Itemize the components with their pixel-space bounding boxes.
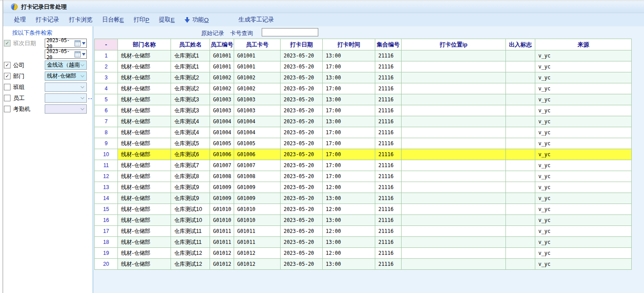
table-cell[interactable]: 仓库测试10 <box>171 215 210 226</box>
column-header-4[interactable]: 员工卡号 <box>234 39 281 50</box>
table-cell[interactable]: 仓库测试3 <box>171 94 210 105</box>
table-row[interactable]: 13线材-仓储部仓库测试9G01009G010092023-05-2012:00… <box>95 182 632 193</box>
table-cell[interactable]: 2023-05-20 <box>281 149 323 160</box>
table-cell[interactable] <box>402 259 506 270</box>
row-number-cell[interactable]: 13 <box>95 182 118 193</box>
table-cell[interactable]: 12:00 <box>323 204 375 215</box>
table-cell[interactable] <box>506 182 535 193</box>
table-row[interactable]: 9线材-仓储部仓库测试5G01005G010052023-05-2017:002… <box>95 138 632 149</box>
table-cell[interactable]: 仓库测试9 <box>171 182 210 193</box>
table-cell[interactable]: G01010 <box>234 215 281 226</box>
shift-date-from-picker[interactable]: 2023-05-20 <box>45 39 87 48</box>
table-cell[interactable]: 仓库测试11 <box>171 226 210 237</box>
table-cell[interactable] <box>402 237 506 248</box>
table-cell[interactable] <box>402 215 506 226</box>
row-number-cell[interactable]: 15 <box>95 204 118 215</box>
table-cell[interactable]: 线材-仓储部 <box>118 182 171 193</box>
table-cell[interactable]: G01010 <box>210 204 234 215</box>
table-cell[interactable]: 21116 <box>375 50 402 61</box>
table-cell[interactable]: v_yc <box>535 171 632 182</box>
table-cell[interactable]: v_yc <box>535 204 632 215</box>
table-cell[interactable]: v_yc <box>535 193 632 204</box>
table-cell[interactable]: G01004 <box>234 127 281 138</box>
row-number-cell[interactable]: 7 <box>95 116 118 127</box>
table-cell[interactable]: 线材-仓储部 <box>118 116 171 127</box>
table-cell[interactable]: 仓库测试1 <box>171 50 210 61</box>
table-cell[interactable]: 线材-仓储部 <box>118 204 171 215</box>
table-cell[interactable]: 仓库测试5 <box>171 138 210 149</box>
table-cell[interactable]: v_yc <box>535 94 632 105</box>
table-cell[interactable] <box>506 204 535 215</box>
table-cell[interactable] <box>506 160 535 171</box>
table-cell[interactable]: 线材-仓储部 <box>118 94 171 105</box>
table-cell[interactable]: G01011 <box>234 237 281 248</box>
table-row[interactable]: 18线材-仓储部仓库测试11G01011G010112023-05-2013:0… <box>95 237 632 248</box>
table-cell[interactable] <box>506 72 535 83</box>
table-cell[interactable] <box>506 215 535 226</box>
machine-checkbox[interactable] <box>4 106 11 112</box>
table-cell[interactable]: v_yc <box>535 50 632 61</box>
column-header-0[interactable]: - <box>95 39 118 50</box>
table-cell[interactable]: 12:00 <box>323 226 375 237</box>
table-cell[interactable] <box>506 237 535 248</box>
table-cell[interactable]: 21116 <box>375 105 402 116</box>
row-number-cell[interactable]: 17 <box>95 226 118 237</box>
table-cell[interactable]: 2023-05-20 <box>281 259 323 270</box>
table-cell[interactable]: 2023-05-20 <box>281 204 323 215</box>
table-cell[interactable]: 21116 <box>375 259 402 270</box>
table-cell[interactable] <box>506 259 535 270</box>
table-cell[interactable]: 13:00 <box>323 116 375 127</box>
table-cell[interactable]: 17:00 <box>323 61 375 72</box>
table-cell[interactable]: 17:00 <box>323 127 375 138</box>
table-cell[interactable] <box>506 149 535 160</box>
table-row[interactable]: 5线材-仓储部仓库测试3G01003G010032023-05-2013:002… <box>95 94 632 105</box>
table-cell[interactable]: v_yc <box>535 215 632 226</box>
row-number-cell[interactable]: 12 <box>95 171 118 182</box>
table-cell[interactable]: G01001 <box>234 50 281 61</box>
table-cell[interactable]: 17:00 <box>323 83 375 94</box>
table-cell[interactable] <box>402 94 506 105</box>
table-row[interactable]: 17线材-仓储部仓库测试11G01011G010112023-05-2012:0… <box>95 226 632 237</box>
row-number-cell[interactable]: 14 <box>95 193 118 204</box>
table-row[interactable]: 6线材-仓储部仓库测试3G01003G010032023-05-2017:002… <box>95 105 632 116</box>
machine-select[interactable] <box>45 104 87 114</box>
table-cell[interactable]: 2023-05-20 <box>281 50 323 61</box>
table-cell[interactable]: 仓库测试11 <box>171 237 210 248</box>
table-cell[interactable] <box>506 193 535 204</box>
table-cell[interactable]: 21116 <box>375 116 402 127</box>
table-cell[interactable] <box>402 248 506 259</box>
table-cell[interactable]: 21116 <box>375 138 402 149</box>
table-cell[interactable]: G01001 <box>234 61 281 72</box>
table-cell[interactable]: 13:00 <box>323 50 375 61</box>
table-cell[interactable]: 线材-仓储部 <box>118 61 171 72</box>
table-cell[interactable]: 17:00 <box>323 171 375 182</box>
table-cell[interactable]: 2023-05-20 <box>281 138 323 149</box>
table-cell[interactable] <box>506 127 535 138</box>
column-header-10[interactable]: 来源 <box>535 39 632 50</box>
table-cell[interactable]: 17:00 <box>323 149 375 160</box>
table-cell[interactable]: 13:00 <box>323 94 375 105</box>
table-cell[interactable]: 仓库测试3 <box>171 105 210 116</box>
table-cell[interactable]: 线材-仓储部 <box>118 83 171 94</box>
menu-item-generate-parttime-records[interactable]: 生成零工记录 <box>234 14 279 25</box>
column-header-9[interactable]: 出入标志 <box>506 39 535 50</box>
table-cell[interactable] <box>506 94 535 105</box>
table-cell[interactable]: 2023-05-20 <box>281 237 323 248</box>
row-number-cell[interactable]: 3 <box>95 72 118 83</box>
table-cell[interactable]: 12:00 <box>323 248 375 259</box>
table-cell[interactable]: v_yc <box>535 182 632 193</box>
table-cell[interactable]: v_yc <box>535 259 632 270</box>
table-cell[interactable]: G01005 <box>210 138 234 149</box>
table-cell[interactable] <box>402 116 506 127</box>
table-cell[interactable]: G01012 <box>234 259 281 270</box>
table-cell[interactable]: 2023-05-20 <box>281 182 323 193</box>
table-cell[interactable]: 2023-05-20 <box>281 83 323 94</box>
table-cell[interactable] <box>506 138 535 149</box>
table-cell[interactable]: 仓库测试4 <box>171 127 210 138</box>
table-cell[interactable] <box>402 61 506 72</box>
table-cell[interactable]: G01012 <box>210 259 234 270</box>
table-cell[interactable]: G01008 <box>234 171 281 182</box>
table-cell[interactable]: G01009 <box>210 182 234 193</box>
menu-item-extract[interactable]: 提取E <box>154 14 180 25</box>
row-number-cell[interactable]: 10 <box>95 149 118 160</box>
